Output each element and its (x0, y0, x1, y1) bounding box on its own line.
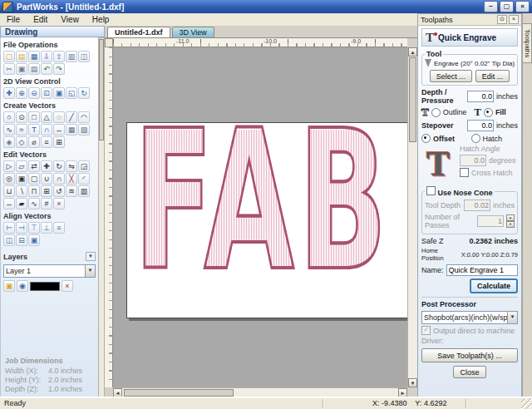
align-center-icon[interactable]: ≡ (53, 222, 65, 234)
array-copy-icon[interactable]: ⊞ (41, 185, 52, 197)
zoom-extents-icon[interactable]: ▣ (53, 87, 65, 99)
pin-icon[interactable]: ⊙ (497, 15, 507, 24)
zoom-selected-icon[interactable]: ◱ (66, 87, 77, 99)
use-nose-cone-checkbox[interactable] (426, 186, 436, 195)
canvas-vertical-scrollbar[interactable]: ▲ ▼ (407, 47, 417, 387)
output-direct-checkbox[interactable]: ✓ (421, 326, 431, 335)
scroll-down-icon[interactable]: ▼ (408, 378, 417, 387)
stepover-input[interactable] (467, 120, 494, 131)
delete-vector-icon[interactable]: × (53, 198, 65, 209)
close-form-button[interactable]: Close (453, 366, 485, 378)
tab-untitled-1-dxf[interactable]: Untitled-1.dxf (107, 27, 170, 37)
align-left-icon[interactable]: ⊢ (3, 222, 15, 234)
post-processor-select[interactable]: Shopbot(arcs)(inch)(w/speed)(*.sbp) ▼ (421, 311, 518, 324)
intersect-icon[interactable]: ⊓ (28, 185, 40, 197)
measure-icon[interactable]: ⌀ (28, 136, 40, 148)
scale-icon[interactable]: ◲ (78, 160, 90, 172)
draw-freehand-icon[interactable]: ≈ (16, 124, 27, 136)
drawing-panel-scrollbar[interactable] (98, 37, 105, 397)
save-toolpaths-button[interactable]: Save Toolpath(s) ... (421, 348, 518, 362)
nest-icon[interactable]: ▥ (78, 185, 90, 197)
depth-pressure-input[interactable] (467, 91, 494, 102)
subtract-icon[interactable]: ∖ (16, 185, 27, 197)
copy-icon[interactable]: ▣ (16, 63, 27, 75)
draw-curve-icon[interactable]: ∿ (3, 124, 15, 136)
resize-grip[interactable] (521, 398, 532, 409)
menu-edit[interactable]: Edit (27, 14, 54, 25)
print-preview-icon[interactable]: ◫ (78, 51, 90, 62)
toolpath-name-input[interactable] (446, 264, 518, 276)
layer-color-icon[interactable] (30, 282, 60, 291)
save-drawing-icon[interactable]: ▦ (28, 51, 40, 62)
align-top-icon[interactable]: ⊤ (28, 222, 40, 234)
import-bitmap-icon[interactable]: ▧ (78, 124, 90, 136)
open-drawing-icon[interactable]: ▤ (16, 51, 27, 62)
fillet-icon[interactable]: ◜ (78, 173, 90, 185)
snap-objects-icon[interactable]: # (41, 198, 52, 209)
draw-text-icon[interactable]: T (28, 124, 40, 136)
spin-up-icon[interactable]: ▲ (506, 214, 515, 221)
hatch-radio[interactable] (471, 134, 480, 143)
toolpaths-side-tab[interactable]: Toolpaths (523, 23, 532, 63)
fill-radio[interactable] (484, 108, 493, 117)
draw-rectangle-icon[interactable]: □ (28, 111, 40, 123)
vertical-scroll-thumb[interactable] (409, 57, 416, 142)
layer-select[interactable]: Layer 1 ▼ (3, 264, 96, 278)
rotate-copy-icon[interactable]: ↺ (53, 185, 65, 197)
menu-file[interactable]: File (0, 14, 27, 25)
tool-select-button[interactable]: Select ... (430, 70, 472, 82)
pan-icon[interactable]: ✚ (3, 87, 15, 99)
tool-edit-button[interactable]: Edit ... (475, 70, 510, 82)
transform-icon[interactable]: ⇄ (28, 160, 40, 172)
group-icon[interactable]: ▣ (16, 173, 27, 185)
draw-polyline-icon[interactable]: ╱ (66, 111, 77, 123)
draw-ellipse-icon[interactable]: ⊙ (16, 111, 27, 123)
passes-spinner[interactable]: ▲ ▼ (506, 214, 515, 228)
snap-grid-icon[interactable]: ⊞ (53, 136, 65, 148)
import-vectors-icon[interactable]: ⇩ (41, 51, 52, 62)
offset-icon[interactable]: ◎ (3, 173, 15, 185)
offset-radio[interactable] (421, 134, 431, 143)
zoom-out-icon[interactable]: ⊖ (28, 87, 40, 99)
align-bottom-icon[interactable]: ⊥ (41, 222, 52, 234)
menu-help[interactable]: Help (86, 14, 116, 25)
passes-input[interactable] (477, 215, 504, 227)
ruler-icon[interactable]: ≡ (41, 136, 52, 148)
draw-arc-icon[interactable]: ◠ (78, 111, 90, 123)
layer-visibility-icon[interactable]: ◉ (17, 280, 28, 292)
smooth-icon[interactable]: ∿ (28, 198, 40, 209)
rotate-icon[interactable]: ↻ (53, 160, 65, 172)
center-in-material-icon[interactable]: ▣ (28, 234, 40, 246)
draw-circle-icon[interactable]: ○ (3, 111, 15, 123)
layers-menu-button[interactable]: ▼ (86, 252, 96, 261)
minimize-button[interactable]: − (484, 1, 498, 12)
redo-icon[interactable]: ↷ (53, 63, 65, 75)
zoom-in-icon[interactable]: ⊕ (16, 87, 27, 99)
outline-radio[interactable] (431, 108, 441, 117)
chevron-down-icon[interactable]: ▼ (85, 265, 95, 277)
close-panel-icon[interactable]: × (509, 15, 519, 24)
refresh-view-icon[interactable]: ↻ (78, 87, 90, 99)
close-button[interactable]: × (515, 1, 530, 12)
move-icon[interactable]: ✚ (41, 160, 52, 172)
center-horizontal-icon[interactable]: ◫ (3, 234, 15, 246)
grid-icon[interactable]: ▦ (66, 124, 77, 136)
drawing-canvas[interactable]: FAB (113, 47, 407, 387)
draw-star-icon[interactable]: ☆ (53, 111, 65, 123)
edit-nodes-icon[interactable]: ◇ (16, 136, 27, 148)
join-vectors-icon[interactable]: ∪ (41, 173, 52, 185)
tab-3d-view[interactable]: 3D View (172, 27, 214, 37)
spin-down-icon[interactable]: ▼ (506, 221, 515, 228)
dimension-icon[interactable]: ↔ (53, 124, 65, 136)
align-right-icon[interactable]: ⊣ (16, 222, 27, 234)
ungroup-icon[interactable]: ▢ (28, 173, 40, 185)
trace-bitmap-icon[interactable]: ◈ (3, 136, 15, 148)
new-layer-icon[interactable]: ▣ (3, 280, 15, 292)
maximize-button[interactable]: ▢ (500, 1, 514, 12)
hatch-angle-input[interactable] (460, 155, 486, 166)
distort-icon[interactable]: ▰ (16, 198, 27, 209)
close-vectors-icon[interactable]: ∩ (53, 173, 65, 185)
menu-view[interactable]: View (54, 14, 86, 25)
text-on-curve-icon[interactable]: ∩ (41, 124, 52, 136)
scroll-up-icon[interactable]: ▲ (408, 47, 417, 57)
